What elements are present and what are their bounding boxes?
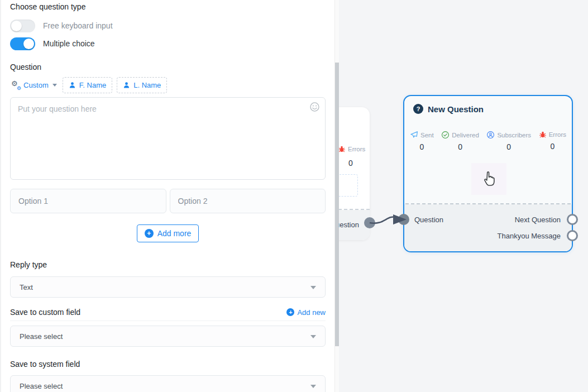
custom-field-select[interactable]: Please select xyxy=(10,326,326,347)
person-icon xyxy=(123,82,130,89)
chevron-down-icon xyxy=(310,335,316,338)
node-title: New Question xyxy=(428,104,484,114)
merge-token-row: ⚙⚙ Custom F. Name L. Name xyxy=(10,77,326,93)
add-more-label: Add more xyxy=(157,229,192,238)
output-port-label-thankyou-message: Thankyou Message xyxy=(498,232,561,240)
scrollbar-thumb[interactable] xyxy=(335,63,339,346)
bug-icon xyxy=(539,131,547,138)
partial-port-label-clipped: uestion xyxy=(339,221,359,229)
system-field-value: Please select xyxy=(20,382,63,390)
person-icon xyxy=(69,82,76,89)
system-field-select[interactable]: Please select xyxy=(10,375,326,392)
add-new-label: Add new xyxy=(297,308,326,317)
last-name-token-button[interactable]: L. Name xyxy=(117,77,167,93)
stat-errors-value: 0 xyxy=(550,142,554,151)
bug-icon xyxy=(339,145,346,153)
output-port-label-next-question: Next Question xyxy=(515,216,561,224)
first-name-token-button[interactable]: F. Name xyxy=(63,77,112,93)
free-keyboard-toggle[interactable] xyxy=(10,20,35,32)
stat-delivered-value: 0 xyxy=(458,142,462,151)
free-keyboard-toggle-label: Free keyboard input xyxy=(43,21,113,30)
smiley-icon xyxy=(309,102,320,112)
output-port-thankyou-message[interactable] xyxy=(567,230,578,241)
option-1-input[interactable] xyxy=(10,189,166,213)
gears-icon: ⚙⚙ xyxy=(11,80,21,89)
input-port-label: Question xyxy=(414,216,443,224)
cursor-highlight-box xyxy=(471,163,506,195)
question-label: Question xyxy=(10,63,326,71)
node-header: ? New Question xyxy=(413,104,484,114)
question-text-input[interactable] xyxy=(10,97,326,180)
plus-circle-icon: + xyxy=(145,229,154,238)
option-2-input[interactable] xyxy=(170,189,326,213)
output-port-next-question[interactable] xyxy=(567,214,578,225)
save-custom-field-label: Save to custom field xyxy=(10,308,80,317)
stat-sent-value: 0 xyxy=(419,142,424,151)
free-keyboard-toggle-row: Free keyboard input xyxy=(10,19,326,32)
reply-type-label: Reply type xyxy=(10,260,326,269)
custom-field-value: Please select xyxy=(20,332,63,341)
subscriber-icon xyxy=(486,131,495,139)
chevron-down-icon xyxy=(310,385,316,388)
choose-question-type-label: Choose question type xyxy=(10,2,326,11)
emoji-picker-button[interactable] xyxy=(309,102,320,112)
plus-circle-icon: + xyxy=(286,308,294,316)
stat-sent: Sent 0 xyxy=(410,131,434,151)
stat-subscribers-value: 0 xyxy=(506,142,511,151)
multiple-choice-toggle-row: Multiple choice xyxy=(10,37,326,50)
partial-errors-label: Errors xyxy=(348,146,365,152)
add-more-wrap: + Add more xyxy=(10,224,326,242)
save-custom-field-header: Save to custom field + Add new xyxy=(10,308,326,321)
reply-type-value: Text xyxy=(20,283,33,291)
partial-node-errors-stat: Errors xyxy=(339,145,365,153)
options-row xyxy=(10,189,326,213)
node-stats-row: Sent 0 Delivered 0 xyxy=(410,131,566,151)
toggle-knob xyxy=(11,21,22,31)
toggle-knob xyxy=(23,39,34,49)
input-port-question[interactable] xyxy=(398,214,409,225)
reply-type-select[interactable]: Text xyxy=(10,276,326,298)
chevron-down-icon xyxy=(310,286,316,289)
chevron-down-icon xyxy=(52,84,57,87)
node-footer xyxy=(404,204,572,251)
add-more-button[interactable]: + Add more xyxy=(137,224,199,242)
stat-delivered: Delivered 0 xyxy=(441,131,479,151)
flow-canvas[interactable]: Errors 0 uestion ? New Question Sent 0 xyxy=(339,0,588,392)
custom-token-dropdown-button[interactable]: ⚙⚙ Custom xyxy=(10,78,58,92)
multiple-choice-toggle-label: Multiple choice xyxy=(43,39,95,48)
question-settings-panel: Choose question type Free keyboard input… xyxy=(0,0,335,392)
stat-sent-label: Sent xyxy=(420,132,434,138)
partial-errors-value: 0 xyxy=(348,159,353,168)
stat-delivered-label: Delivered xyxy=(452,132,479,138)
last-name-token-label: L. Name xyxy=(133,81,161,89)
hand-cursor-icon xyxy=(481,171,497,188)
panel-scrollbar[interactable] xyxy=(335,0,339,392)
paper-plane-icon xyxy=(410,131,418,139)
partial-option-box xyxy=(339,174,358,197)
custom-token-label: Custom xyxy=(23,81,49,89)
new-question-node[interactable]: ? New Question Sent 0 De xyxy=(403,95,573,252)
edge-path xyxy=(370,217,397,223)
save-system-field-label: Save to system field xyxy=(10,360,326,369)
stat-errors-label: Errors xyxy=(549,131,566,138)
check-circle-icon xyxy=(441,131,450,139)
stat-errors: Errors 0 xyxy=(539,131,566,151)
first-name-token-label: F. Name xyxy=(79,81,106,89)
question-text-wrap xyxy=(10,97,326,182)
stat-subscribers-label: Subscribers xyxy=(497,132,531,138)
question-mark-icon: ? xyxy=(413,104,423,114)
partial-question-node[interactable]: Errors 0 uestion xyxy=(339,107,370,240)
add-new-custom-field-button[interactable]: + Add new xyxy=(286,308,326,317)
multiple-choice-toggle[interactable] xyxy=(10,37,35,50)
stat-subscribers: Subscribers 0 xyxy=(486,131,531,151)
